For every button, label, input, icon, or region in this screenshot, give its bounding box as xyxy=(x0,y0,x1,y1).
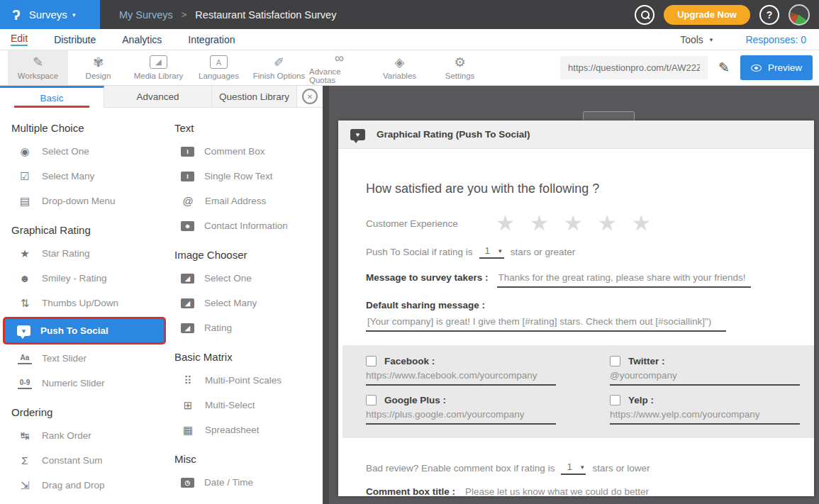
push-rating-select[interactable]: 1 ▾ xyxy=(479,245,504,259)
yelp-checkbox[interactable] xyxy=(610,395,620,405)
message-input[interactable] xyxy=(497,272,751,288)
star-icon[interactable]: ★ xyxy=(530,213,549,234)
section-title: Basic Matrix xyxy=(174,351,323,363)
section-image-chooser: Image Chooser ◢ Select One ◢ Select Many… xyxy=(174,249,323,340)
section-title: Text xyxy=(174,122,323,134)
sidebar-item-image-select-one[interactable]: ◢ Select One xyxy=(174,266,323,291)
toolbar-item-languages[interactable]: A Languages xyxy=(189,50,249,85)
sidebar-item-date-time[interactable]: ◷ Date / Time xyxy=(174,470,323,495)
help-icon[interactable]: ? xyxy=(759,5,779,25)
radio-icon: ◉ xyxy=(18,145,32,158)
sidebar-item-email-address[interactable]: @ Email Address xyxy=(174,189,323,213)
rating-preview-row: Customer Experience ★ ★ ★ ★ ★ xyxy=(366,213,814,234)
star-rating-preview: ★ ★ ★ ★ ★ xyxy=(496,213,651,234)
panel-column-1: Multiple Choice ◉ Select One ☑ Select Ma… xyxy=(0,108,165,504)
sidebar-item-contact-information[interactable]: ☻ Contact Information xyxy=(174,213,323,238)
date-time-icon: ◷ xyxy=(181,478,194,488)
toolbar-item-media-library[interactable]: ◢ Media Library xyxy=(128,50,189,85)
sidebar-item-image-select-many[interactable]: ◢ Select Many xyxy=(174,291,323,315)
panel-scrollbar[interactable] xyxy=(323,86,329,504)
bad-review-rating-select[interactable]: 1 ▾ xyxy=(561,461,586,475)
upgrade-now-button[interactable]: Upgrade Now xyxy=(664,5,750,25)
nav-tab-distribute[interactable]: Distribute xyxy=(54,34,96,45)
top-header-bar: ʔ Surveys ▾ My Surveys > Restaurant Sati… xyxy=(0,0,819,29)
twitter-checkbox[interactable] xyxy=(610,356,620,366)
toolbar-item-settings[interactable]: ⚙ Settings xyxy=(430,50,490,85)
sidebar-item-star-rating[interactable]: ★ Star Rating xyxy=(11,241,165,266)
thumbs-icon: ⇅ xyxy=(18,297,32,310)
responses-count[interactable]: Responses: 0 xyxy=(745,34,806,45)
nav-tab-edit[interactable]: Edit xyxy=(11,33,28,46)
comment-box-title-input[interactable] xyxy=(464,486,739,496)
search-icon[interactable] xyxy=(635,5,654,25)
google-plus-checkbox[interactable] xyxy=(366,395,377,405)
sidebar-item-multi-point-scales[interactable]: ⠿ Multi-Point Scales xyxy=(174,368,323,393)
bad-rule-suffix: stars or lower xyxy=(592,463,650,474)
toolbar-item-advance-quotas[interactable]: ∞ Advance Quotas xyxy=(309,50,369,85)
sidebar-item-numeric-slider[interactable]: 0-9 Numeric Slider xyxy=(11,371,165,396)
google-plus-url-input[interactable] xyxy=(366,409,556,425)
advance-quotas-icon: ∞ xyxy=(335,51,344,66)
avatar[interactable] xyxy=(789,4,810,26)
tab-advanced[interactable]: Advanced xyxy=(104,86,212,108)
google-plus-cell: Google Plus : xyxy=(366,395,610,425)
comment-box-icon: I xyxy=(181,147,194,157)
question-text[interactable]: How satisfied are you with the following… xyxy=(366,181,814,196)
sidebar-item-push-to-social[interactable]: ♥ Push To Social xyxy=(3,317,166,345)
sidebar-item-spreadsheet[interactable]: ▦ Spreadsheet xyxy=(174,418,323,442)
sidebar-item-rank-order[interactable]: ↹ Rank Order xyxy=(11,423,165,448)
sidebar-item-smiley-rating[interactable]: ☻ Smiley - Rating xyxy=(11,266,165,291)
chevron-down-icon: ▾ xyxy=(72,11,76,18)
breadcrumb-my-surveys[interactable]: My Surveys xyxy=(119,9,173,21)
questionpro-logo-icon: ʔ xyxy=(12,6,21,23)
variables-icon: ◈ xyxy=(395,55,405,70)
product-menu[interactable]: ʔ Surveys ▾ xyxy=(0,0,100,29)
survey-url-field[interactable] xyxy=(560,56,708,79)
sidebar-item-select-one[interactable]: ◉ Select One xyxy=(11,139,165,164)
social-networks-box: Facebook : Twitter : xyxy=(342,345,814,438)
yelp-url-input[interactable] xyxy=(610,409,800,425)
sidebar-item-thumbs-up-down[interactable]: ⇅ Thumbs Up/Down xyxy=(11,291,165,315)
sidebar-item-constant-sum[interactable]: Σ Constant Sum xyxy=(11,448,165,473)
nav-tab-analytics[interactable]: Analytics xyxy=(122,34,162,45)
tab-basic[interactable]: Basic xyxy=(0,86,104,108)
sharing-message-input[interactable] xyxy=(366,316,726,332)
panel-column-2: Text I Comment Box I Single Row Text @ E… xyxy=(165,108,323,504)
editor-toolbar: ✎ Workspace ✾ Design ◢ Media Library A L… xyxy=(0,50,819,86)
sidebar-item-single-row-text[interactable]: I Single Row Text xyxy=(174,164,323,189)
email-icon: @ xyxy=(181,195,195,207)
edit-url-pencil-icon[interactable]: ✎ xyxy=(718,60,730,76)
sidebar-item-comment-box[interactable]: I Comment Box xyxy=(174,139,323,164)
yelp-cell: Yelp : xyxy=(610,395,800,425)
toolbar-item-design[interactable]: ✾ Design xyxy=(68,50,128,85)
sidebar-item-image-rating[interactable]: ◢ Rating xyxy=(174,315,323,340)
nav-tab-integration[interactable]: Integration xyxy=(188,34,235,45)
rating-row-label[interactable]: Customer Experience xyxy=(366,218,481,229)
star-icon[interactable]: ★ xyxy=(598,213,617,234)
tab-question-library[interactable]: Question Library xyxy=(212,86,297,108)
social-grid: Facebook : Twitter : xyxy=(366,356,800,425)
drag-drop-icon: ⇲ xyxy=(18,479,32,492)
image-rating-icon: ◢ xyxy=(181,323,194,333)
bad-review-rule-row: Bad review? Enable comment box if rating… xyxy=(366,461,814,475)
sidebar-item-select-many[interactable]: ☑ Select Many xyxy=(11,164,165,189)
toolbar-item-variables[interactable]: ◈ Variables xyxy=(369,50,430,85)
panel-close-button[interactable]: ✕ xyxy=(297,86,323,108)
sidebar-item-drag-and-drop[interactable]: ⇲ Drag and Drop xyxy=(11,473,165,498)
star-icon[interactable]: ★ xyxy=(564,213,583,234)
toolbar-item-workspace[interactable]: ✎ Workspace xyxy=(8,50,68,85)
sidebar-item-multi-select[interactable]: ⊞ Multi-Select xyxy=(174,393,323,418)
star-icon[interactable]: ★ xyxy=(496,213,515,234)
toolbar-item-finish-options[interactable]: ✐ Finish Options xyxy=(249,50,309,85)
facebook-url-input[interactable] xyxy=(366,370,556,386)
sidebar-item-dropdown-menu[interactable]: ▤ Drop-down Menu xyxy=(11,189,165,213)
star-icon[interactable]: ★ xyxy=(632,213,651,234)
tools-menu[interactable]: Tools ▾ xyxy=(680,34,713,45)
sidebar-item-text-slider[interactable]: Aa Text Slider xyxy=(11,346,165,371)
breadcrumb-current-survey: Restaurant Satisfaction Survey xyxy=(195,9,336,21)
languages-icon: A xyxy=(210,55,228,69)
smiley-icon: ☻ xyxy=(18,272,32,284)
twitter-handle-input[interactable] xyxy=(610,370,800,386)
facebook-checkbox[interactable] xyxy=(366,356,377,366)
preview-button[interactable]: Preview xyxy=(740,55,813,80)
